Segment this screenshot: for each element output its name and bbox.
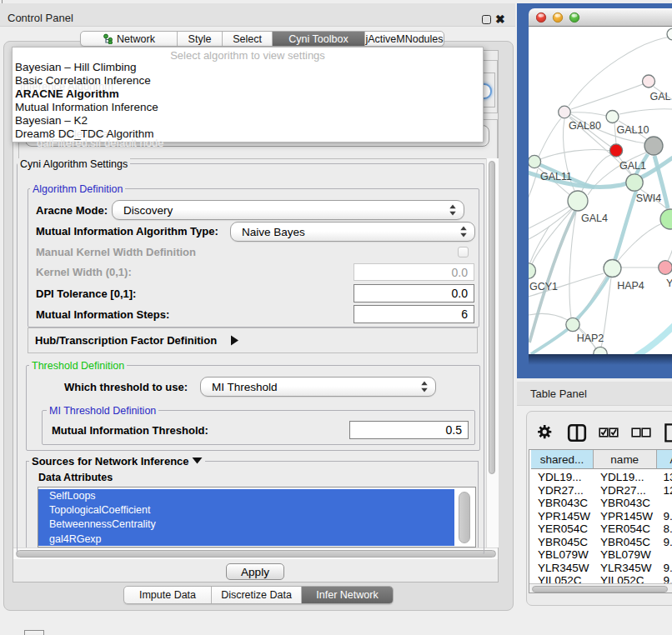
network-node[interactable]: [667, 28, 672, 40]
mi-type-combobox[interactable]: Naive Bayes: [230, 222, 475, 242]
table-cell[interactable]: YPR145W: [538, 510, 594, 523]
table-cell[interactable]: YBL079W: [600, 548, 657, 562]
table-scrollbar-thumb[interactable]: [532, 586, 668, 592]
algorithm-option[interactable]: Bayesian – Hill Climbing: [15, 61, 137, 73]
dpi-tolerance-field[interactable]: 0.0: [354, 284, 474, 302]
table-cell[interactable]: YBR043C: [600, 497, 657, 510]
table-cell[interactable]: YBL079W: [538, 548, 594, 562]
table-cell[interactable]: YBR045C: [538, 536, 594, 549]
network-edge-thick[interactable]: [574, 277, 609, 322]
table-cell[interactable]: [664, 548, 672, 562]
algorithm-option[interactable]: Basic Correlation Inference: [15, 74, 151, 87]
network-edge-thick[interactable]: [614, 191, 636, 261]
network-edge[interactable]: [540, 150, 611, 159]
table-cell[interactable]: YER054C: [538, 522, 594, 536]
network-node-gal4[interactable]: [568, 191, 588, 211]
table-cell[interactable]: 9.: [664, 562, 672, 575]
table-cell[interactable]: 13: [664, 471, 672, 484]
tab-cyni-toolbox[interactable]: Cyni Toolbox: [272, 32, 364, 46]
document-icon[interactable]: [665, 424, 672, 441]
table-cell[interactable]: [664, 497, 672, 510]
expand-right-arrow-icon[interactable]: [229, 335, 239, 346]
mi-threshold-field[interactable]: 0.5: [349, 421, 469, 439]
table-horizontal-scrollbar[interactable]: [529, 583, 672, 593]
network-node-y[interactable]: [659, 261, 672, 275]
bottom-corner-button[interactable]: [24, 630, 44, 635]
settings-vertical-scrollbar[interactable]: [486, 158, 499, 548]
tab-select[interactable]: Select: [222, 32, 272, 46]
column-header-1[interactable]: shared...: [531, 450, 594, 469]
float-window-icon[interactable]: [482, 15, 491, 24]
attribute-item[interactable]: gal4RGexp: [38, 532, 454, 546]
mi-steps-field[interactable]: 6: [354, 305, 474, 323]
network-edge[interactable]: [619, 109, 672, 114]
network-node[interactable]: [644, 137, 663, 155]
collapse-down-arrow-icon[interactable]: [192, 457, 203, 464]
table-cell[interactable]: YDL19...: [600, 471, 657, 484]
network-edge[interactable]: [569, 212, 576, 318]
unchecked-columns-icon[interactable]: [632, 428, 650, 437]
data-attributes-list[interactable]: SelfLoopsTopologicalCoefficientBetweenne…: [38, 487, 476, 548]
bottom-tab-discretize-data[interactable]: Discretize Data: [211, 587, 301, 603]
attribute-item[interactable]: TopologicalCoefficient: [38, 503, 454, 518]
manual-kernel-checkbox[interactable]: [458, 247, 469, 258]
network-node-gcy1[interactable]: [529, 263, 536, 279]
attribute-item[interactable]: SelfLoops: [38, 489, 454, 503]
algorithm-option[interactable]: Dream8 DC_TDC Algorithm: [15, 128, 154, 140]
network-canvas[interactable]: GALGAL80GAL10GAL1GAL11SWI4GAL4GCY1HAP4YH…: [529, 27, 672, 354]
network-node-gal[interactable]: [643, 75, 655, 88]
vertical-scrollbar-thumb[interactable]: [489, 161, 495, 474]
checked-columns-icon[interactable]: [599, 428, 618, 437]
apply-button[interactable]: Apply: [226, 563, 284, 580]
table-cell[interactable]: YPR145W: [600, 510, 657, 523]
network-edge[interactable]: [532, 209, 573, 264]
table-cell[interactable]: YBR045C: [600, 536, 657, 549]
table-cell[interactable]: YLR345W: [600, 562, 657, 575]
network-node-gal11[interactable]: [529, 155, 541, 168]
split-pane-icon[interactable]: [569, 425, 585, 441]
table-cell[interactable]: 8.: [664, 522, 672, 536]
table-cell[interactable]: 12: [664, 484, 672, 498]
network-edge[interactable]: [668, 248, 672, 261]
tab-jactivemnodules[interactable]: jActiveMNodules: [364, 32, 444, 46]
table-cell[interactable]: YLR345W: [538, 562, 594, 575]
network-node-hap2[interactable]: [566, 318, 579, 331]
table-cell[interactable]: YDR27...: [538, 484, 594, 498]
gear-icon[interactable]: [538, 425, 551, 438]
table-cell[interactable]: YDL19...: [538, 471, 594, 484]
network-node-swi4[interactable]: [626, 174, 643, 191]
which-threshold-combobox[interactable]: MI Threshold: [200, 377, 436, 397]
network-edge-thick[interactable]: [631, 325, 672, 354]
tab-style[interactable]: Style: [177, 32, 222, 46]
column-header-3[interactable]: A: [657, 450, 672, 469]
network-node-gal1[interactable]: [609, 144, 622, 157]
algorithm-option[interactable]: Mutual Information Inference: [15, 101, 158, 113]
algorithm-option[interactable]: Bayesian – K2: [15, 114, 88, 127]
table-cell[interactable]: YDR27...: [600, 484, 657, 498]
list-scrollbar-thumb[interactable]: [459, 492, 470, 543]
bottom-tab-impute-data[interactable]: Impute Data: [124, 587, 211, 603]
tab-network[interactable]: Network: [81, 32, 177, 46]
attribute-item[interactable]: BetweennessCentrality: [38, 518, 454, 532]
table-cell[interactable]: 9.: [664, 510, 672, 523]
aracne-mode-combobox[interactable]: Discovery: [112, 200, 464, 220]
bottom-tab-infer-network[interactable]: Infer Network: [301, 587, 393, 603]
network-edge[interactable]: [570, 112, 607, 116]
algorithm-option[interactable]: ARACNE Algorithm: [15, 88, 119, 100]
network-edge[interactable]: [571, 84, 643, 109]
column-header-2[interactable]: name: [594, 450, 657, 469]
network-edge-thick[interactable]: [531, 329, 568, 354]
close-icon[interactable]: ✖: [495, 12, 505, 26]
network-node-gal10[interactable]: [606, 111, 619, 123]
kernel-width-field[interactable]: 0.0: [354, 263, 474, 281]
network-node-gal80[interactable]: [559, 106, 571, 118]
table-cell[interactable]: YER054C: [600, 522, 657, 536]
dpi-tolerance-label: DPI Tolerance [0,1]:: [36, 288, 136, 300]
network-edge[interactable]: [530, 226, 549, 262]
network-node-hap4[interactable]: [604, 260, 621, 278]
table-cell[interactable]: YBR043C: [538, 497, 594, 510]
network-window-titlebar[interactable]: [529, 8, 672, 27]
network-node[interactable]: [660, 209, 672, 229]
table-cell[interactable]: 9.: [664, 536, 672, 549]
network-edge[interactable]: [539, 118, 561, 157]
